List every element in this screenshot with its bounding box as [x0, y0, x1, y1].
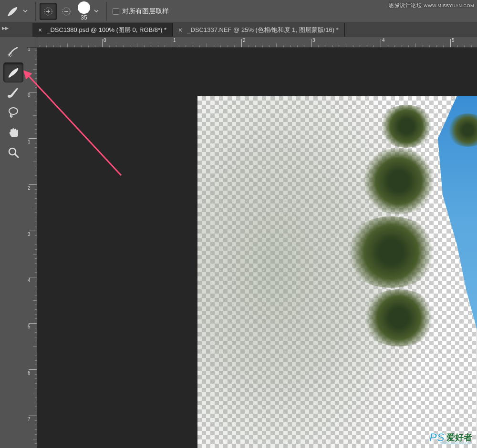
lasso-tool-button[interactable]: [4, 103, 23, 122]
tab-label: _DSC1380.psd @ 100% (图层 0, RGB/8*) *: [47, 26, 166, 34]
image-content: [378, 105, 435, 148]
add-to-selection-button[interactable]: [40, 3, 57, 20]
left-toolbar: [0, 37, 27, 162]
quick-select-tool-button[interactable]: [4, 43, 23, 62]
image-content: [361, 289, 437, 346]
tab-label: _DSC1337.NEF @ 25% (色相/饱和度 1, 图层蒙版/16) *: [187, 26, 338, 34]
image-content: [343, 216, 439, 288]
checkbox-icon: [113, 8, 119, 15]
document-tab[interactable]: × _DSC1337.NEF @ 25% (色相/饱和度 1, 图层蒙版/16)…: [173, 23, 345, 37]
brush-size-preview[interactable]: 35: [78, 1, 90, 21]
close-tab-icon[interactable]: ×: [178, 26, 182, 34]
ruler-origin[interactable]: [27, 37, 37, 48]
hand-tool-button[interactable]: [4, 123, 23, 142]
document-tab-bar: × _DSC1380.psd @ 100% (图层 0, RGB/8*) * ×…: [0, 23, 477, 37]
zoom-tool-button[interactable]: [4, 143, 23, 162]
canvas[interactable]: [197, 96, 477, 448]
horizontal-ruler[interactable]: 00123456: [37, 37, 477, 48]
watermark-top-right: 思缘设计论坛 WWW.MISSYUAN.COM: [389, 2, 474, 9]
document-tab[interactable]: × _DSC1380.psd @ 100% (图层 0, RGB/8*) *: [32, 23, 173, 37]
workspace: 00123456 1012345678: [27, 37, 477, 448]
brush-options-chevron-icon[interactable]: [94, 8, 99, 15]
smudge-tool-button[interactable]: [4, 63, 23, 82]
brush-dot-icon: [78, 1, 90, 14]
close-tab-icon[interactable]: ×: [38, 26, 42, 34]
canvas-area[interactable]: [37, 48, 477, 448]
sample-all-layers-checkbox[interactable]: 对所有图层取样: [113, 7, 169, 16]
subtract-from-selection-button[interactable]: [58, 3, 75, 20]
brush-size-value: 35: [81, 14, 87, 21]
current-tool-icon[interactable]: [4, 2, 22, 20]
sample-all-layers-label: 对所有图层取样: [122, 7, 169, 16]
brush-mode-group: [40, 3, 75, 20]
divider: [106, 2, 107, 21]
svg-point-4: [9, 108, 18, 114]
svg-point-3: [8, 95, 11, 98]
watermark-bottom-right: PS 爱好者 www.psahz.com: [429, 431, 472, 444]
expand-panels-icon[interactable]: ▶▶: [0, 23, 10, 33]
image-content: [361, 148, 437, 214]
vertical-ruler[interactable]: 1012345678: [27, 48, 37, 448]
brush-tool-button[interactable]: [4, 83, 23, 102]
tool-preset-chevron-icon[interactable]: [23, 8, 28, 15]
divider: [35, 2, 36, 21]
